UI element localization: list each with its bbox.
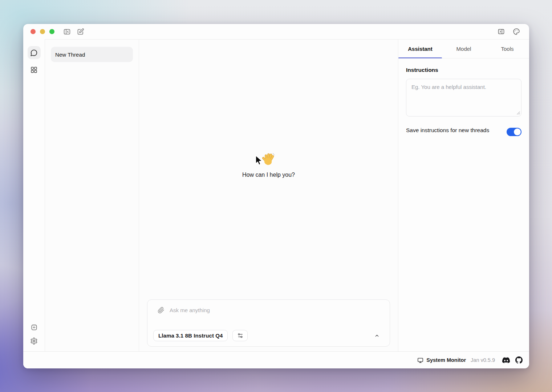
monitor-icon <box>417 357 423 363</box>
toggle-knob <box>514 128 521 135</box>
panel-left-close-icon[interactable] <box>63 28 71 36</box>
left-rail <box>23 39 45 351</box>
mouse-cursor <box>253 154 264 167</box>
sliders-icon <box>237 332 243 339</box>
chat-bubble-icon <box>30 49 38 57</box>
collapse-input-button[interactable] <box>374 333 380 339</box>
greeting-text: How can I help you? <box>242 172 295 178</box>
panel-tabs: Assistant Model Tools <box>398 40 529 58</box>
panel-right-close-icon[interactable] <box>498 28 505 35</box>
assistant-panel: Assistant Model Tools Instructions <box>398 39 529 351</box>
zoom-button[interactable] <box>49 29 54 34</box>
minimize-button[interactable] <box>40 29 45 34</box>
active-tab-underline <box>398 57 442 58</box>
sidebar-item-hub[interactable] <box>28 63 41 76</box>
app-body: New Thread <box>23 39 529 351</box>
tab-assistant[interactable]: Assistant <box>398 40 442 58</box>
instructions-textarea[interactable] <box>406 79 521 117</box>
app-version: Jan v0.5.9 <box>471 357 495 363</box>
save-instructions-toggle[interactable] <box>507 128 521 136</box>
window-controls <box>31 29 54 34</box>
grid-icon <box>30 66 38 74</box>
empty-state-greeting: How can I help you? <box>139 152 398 178</box>
statusbar: System Monitor Jan v0.5.9 <box>23 351 529 368</box>
chat-area: How can I help you? Llama 3.1 8B Instruc… <box>139 39 398 351</box>
prompt-input-box[interactable]: Llama 3.1 8B Instruct Q4 <box>147 299 390 347</box>
instructions-heading: Instructions <box>406 67 521 73</box>
save-instructions-label: Save instructions for new threads <box>406 126 492 135</box>
chevron-up-icon <box>374 333 380 339</box>
model-selector-button[interactable]: Llama 3.1 8B Instruct Q4 <box>153 330 228 341</box>
sidebar-item-threads[interactable] <box>28 46 41 59</box>
discord-icon[interactable] <box>502 356 510 364</box>
attach-paperclip-icon[interactable] <box>158 307 165 314</box>
prompt-input[interactable] <box>170 307 383 313</box>
github-icon[interactable] <box>515 356 523 364</box>
titlebar <box>23 24 529 39</box>
app-window: New Thread <box>23 24 529 368</box>
thread-list: New Thread <box>45 39 139 351</box>
theme-palette-icon[interactable] <box>513 28 520 35</box>
settings-gear-icon[interactable] <box>30 337 38 345</box>
model-selector-label: Llama 3.1 8B Instruct Q4 <box>158 332 223 339</box>
model-settings-button[interactable] <box>232 330 248 341</box>
thread-list-item[interactable]: New Thread <box>51 47 133 62</box>
tab-tools[interactable]: Tools <box>486 40 529 58</box>
thread-title: New Thread <box>55 52 85 58</box>
new-thread-compose-icon[interactable] <box>77 28 84 36</box>
system-monitor-button[interactable]: System Monitor <box>417 357 466 363</box>
local-api-server-icon[interactable] <box>31 324 38 331</box>
system-monitor-label: System Monitor <box>426 357 466 363</box>
tab-model[interactable]: Model <box>442 40 486 58</box>
close-button[interactable] <box>31 29 36 34</box>
